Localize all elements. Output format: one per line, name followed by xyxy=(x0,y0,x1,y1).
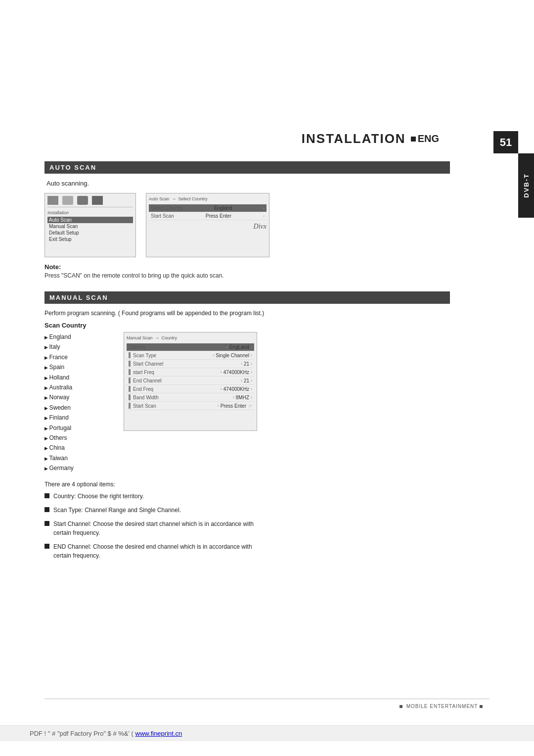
optional-text-startchannel: Start Channel: Choose the desired start … xyxy=(53,520,254,537)
mpanel-value-endfreq: › 474000KHz › xyxy=(221,386,252,392)
auto-scan-header: AUTO SCAN xyxy=(44,161,450,174)
mpanel-value-startscan: › Press Enter ☞ xyxy=(218,403,252,409)
footer-dot-icon xyxy=(400,705,402,708)
icon-home xyxy=(47,196,58,205)
country-australia: Australia xyxy=(44,382,114,392)
eng-label: ENG xyxy=(418,133,439,144)
mpanel-value-scantype: › Single Channel › xyxy=(213,353,252,358)
optional-item-startchannel: Start Channel: Choose the desired start … xyxy=(44,520,490,537)
bullet-icon-scantype xyxy=(44,507,49,512)
dvbt-side-tab: DVB-T xyxy=(518,153,534,218)
menu-item-auto-scan: Auto Scan xyxy=(47,217,133,223)
icon-gear xyxy=(77,196,88,205)
manual-panel-title-right: Country xyxy=(162,335,178,340)
panel-logo: Divx xyxy=(149,223,267,231)
manual-panel-arrow: → xyxy=(155,335,160,340)
country-italy: Italy xyxy=(44,342,114,352)
country-germany: Germany xyxy=(44,463,114,473)
note-section: Note: Press "SCAN" on the remote control… xyxy=(44,263,490,279)
optional-item-scantype: Scan Type: Channel Range and Single Chan… xyxy=(44,506,490,515)
main-content: INSTALLATION ENG AUTO SCAN Auto scanning… xyxy=(44,131,490,567)
note-text: Press "SCAN" on the remote control to br… xyxy=(44,272,490,279)
country-others: Others xyxy=(44,433,114,443)
page-number: 51 xyxy=(500,136,512,149)
country-norway: Norway xyxy=(44,392,114,402)
mpanel-value-startfreq: › 474000KHz › xyxy=(221,370,252,375)
country-spain: Spain xyxy=(44,362,114,372)
icon-antenna xyxy=(92,196,103,205)
mpanel-value-endchannel: › 21 › xyxy=(241,378,252,383)
auto-scan-description: Auto scanning. xyxy=(46,180,490,187)
header-square-icon xyxy=(411,137,416,142)
mpanel-label-bandwidth: Band Width xyxy=(129,394,159,400)
installation-header: INSTALLATION ENG xyxy=(44,131,490,146)
optional-title: There are 4 optional items: xyxy=(44,481,490,488)
country-finland: Finland xyxy=(44,413,114,423)
mpanel-row-endfreq: End Freq › 474000KHz › xyxy=(127,385,254,393)
country-sweden: Sweden xyxy=(44,403,114,413)
footer-mobile-entertainment: MOBILE ENTERTAINMENT xyxy=(400,704,485,709)
bottom-separator xyxy=(44,699,490,699)
panel-chevron-scan: › xyxy=(263,214,265,219)
country-holland: Holland xyxy=(44,373,114,382)
country-taiwan: Taiwan xyxy=(44,453,114,463)
country-china: China xyxy=(44,443,114,453)
manual-scan-panel: Manual Scan → Country Country › EngLand … xyxy=(124,332,257,431)
panel-label-select-country: Select Country xyxy=(151,205,183,211)
panel-title-autoscan: Auto Scan → Select Country xyxy=(149,196,267,201)
manual-scan-header: MANUAL SCAN xyxy=(44,291,450,304)
mpanel-label-startfreq: start Freq xyxy=(129,369,154,375)
mpanel-label-endfreq: End Freq xyxy=(129,386,153,392)
manual-scan-description: Perform program scanning. ( Found progra… xyxy=(44,310,490,317)
manual-scan-section: MANUAL SCAN Perform program scanning. ( … xyxy=(44,291,490,560)
bullet-icon-country xyxy=(44,493,49,498)
auto-scan-menu-screenshot: Installation Auto Scan Manual Scan Defau… xyxy=(44,193,136,257)
mpanel-row-bandwidth: Band Width › 8MHZ › xyxy=(127,393,254,402)
bottom-bar-url[interactable]: www.fineprint.cn xyxy=(135,730,182,737)
country-list: England Italy France Spain Holland Austr… xyxy=(44,332,114,473)
icon-folder xyxy=(62,196,73,205)
panel-value-start-scan: Press Enter xyxy=(206,213,231,219)
panel-arrow: → xyxy=(172,196,177,201)
panel-chevron-country: › xyxy=(263,206,265,211)
mpanel-row-endchannel: End Channel › 21 › xyxy=(127,377,254,385)
footer-label: MOBILE ENTERTAINMENT xyxy=(406,704,478,709)
mpanel-row-startchannel: Start Channel › 21 › xyxy=(127,360,254,368)
mpanel-row-country: Country › EngLand › xyxy=(127,343,254,351)
mpanel-label-endchannel: End Channel xyxy=(129,378,162,383)
mpanel-value-startchannel: › 21 › xyxy=(241,361,252,367)
menu-item-default-setup: Default Setup xyxy=(47,230,133,236)
note-label: Note: xyxy=(44,263,490,271)
manual-panel-title: Manual Scan → Country xyxy=(127,335,254,340)
auto-scan-screenshots: Installation Auto Scan Manual Scan Defau… xyxy=(44,193,490,257)
menu-icons-bar xyxy=(47,196,133,207)
auto-scan-right-panel: Auto Scan → Select Country Select Countr… xyxy=(146,193,269,257)
bullet-icon-endchannel xyxy=(44,544,49,549)
country-france: France xyxy=(44,352,114,362)
optional-item-country: Country: Choose the right territory. xyxy=(44,492,490,501)
manual-panel-title-left: Manual Scan xyxy=(127,335,153,340)
panel-value-select-country: England xyxy=(214,205,232,211)
mpanel-label-startchannel: Start Channel xyxy=(129,361,163,367)
auto-scan-section: AUTO SCAN Auto scanning. Installation Au… xyxy=(44,161,490,279)
mpanel-value-country: › EngLand › xyxy=(226,344,252,350)
footer-dot-icon-2 xyxy=(480,705,483,708)
optional-text-country: Country: Choose the right territory. xyxy=(53,492,144,501)
country-england: England xyxy=(44,332,114,342)
mpanel-label-scantype: Scan Type xyxy=(129,352,156,358)
optional-item-endchannel: END Channel: Choose the desired end chan… xyxy=(44,542,490,560)
optional-text-endchannel: END Channel: Choose the desired end chan… xyxy=(53,542,252,560)
optional-text-scantype: Scan Type: Channel Range and Single Chan… xyxy=(53,506,181,515)
panel-title-right: Select Country xyxy=(178,196,208,201)
installation-title: INSTALLATION xyxy=(302,131,406,146)
menu-category: Installation xyxy=(47,210,133,215)
mpanel-row-startfreq: start Freq › 474000KHz › xyxy=(127,368,254,377)
bullet-icon-startchannel xyxy=(44,521,49,526)
mpanel-value-bandwidth: › 8MHZ › xyxy=(233,395,252,400)
menu-item-exit-setup: Exit Setup xyxy=(47,236,133,242)
mpanel-row-scantype: Scan Type › Single Channel › xyxy=(127,351,254,360)
mpanel-label-country: Country xyxy=(129,344,146,350)
menu-item-manual-scan: Manual Scan xyxy=(47,223,133,230)
scan-country-label: Scan Country xyxy=(44,322,490,329)
mpanel-label-startscan: Start Scan xyxy=(129,403,156,409)
